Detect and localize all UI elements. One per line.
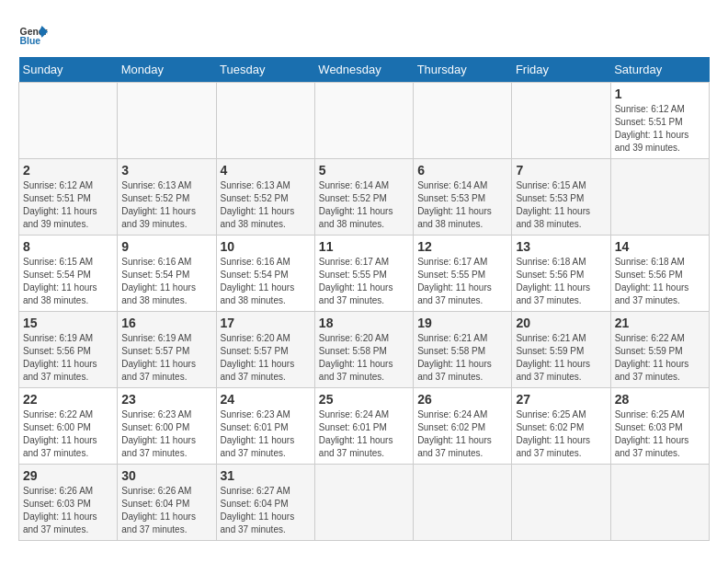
calendar-table: SundayMondayTuesdayWednesdayThursdayFrid… bbox=[18, 57, 710, 541]
day-info: Sunrise: 6:27 AMSunset: 6:04 PMDaylight:… bbox=[221, 486, 295, 534]
day-info: Sunrise: 6:16 AMSunset: 5:54 PMDaylight:… bbox=[121, 257, 196, 305]
day-info: Sunrise: 6:25 AMSunset: 6:03 PMDaylight:… bbox=[615, 409, 689, 458]
day-number: 5 bbox=[319, 163, 409, 178]
day-number: 10 bbox=[221, 239, 311, 254]
day-info: Sunrise: 6:23 AMSunset: 6:00 PMDaylight:… bbox=[121, 409, 196, 458]
day-number: 30 bbox=[121, 468, 211, 483]
day-info: Sunrise: 6:19 AMSunset: 5:57 PMDaylight:… bbox=[121, 333, 196, 382]
calendar-day-cell: 19 Sunrise: 6:21 AMSunset: 5:58 PMDaylig… bbox=[414, 312, 512, 388]
day-number: 17 bbox=[221, 316, 311, 330]
day-info: Sunrise: 6:21 AMSunset: 5:59 PMDaylight:… bbox=[516, 333, 590, 382]
day-info: Sunrise: 6:14 AMSunset: 5:52 PMDaylight:… bbox=[319, 180, 393, 229]
calendar-day-header: Friday bbox=[512, 57, 610, 83]
day-info: Sunrise: 6:12 AMSunset: 5:51 PMDaylight:… bbox=[23, 180, 97, 229]
calendar-header-row: SundayMondayTuesdayWednesdayThursdayFrid… bbox=[19, 57, 710, 83]
calendar-day-cell: 24 Sunrise: 6:23 AMSunset: 6:01 PMDaylig… bbox=[216, 388, 314, 465]
calendar-week-row: 22 Sunrise: 6:22 AMSunset: 6:00 PMDaylig… bbox=[19, 388, 710, 465]
calendar-day-cell bbox=[216, 83, 314, 159]
calendar-body: 1 Sunrise: 6:12 AMSunset: 5:51 PMDayligh… bbox=[19, 83, 710, 541]
calendar-day-cell: 20 Sunrise: 6:21 AMSunset: 5:59 PMDaylig… bbox=[512, 312, 610, 388]
calendar-day-cell: 25 Sunrise: 6:24 AMSunset: 6:01 PMDaylig… bbox=[314, 388, 413, 465]
calendar-day-cell: 13 Sunrise: 6:18 AMSunset: 5:56 PMDaylig… bbox=[512, 236, 610, 312]
day-number: 20 bbox=[516, 316, 606, 330]
day-info: Sunrise: 6:22 AMSunset: 5:59 PMDaylight:… bbox=[615, 333, 689, 382]
logo: General Blue bbox=[18, 18, 51, 48]
day-info: Sunrise: 6:22 AMSunset: 6:00 PMDaylight:… bbox=[23, 409, 97, 458]
calendar-day-cell bbox=[610, 465, 709, 541]
day-info: Sunrise: 6:15 AMSunset: 5:53 PMDaylight:… bbox=[516, 180, 590, 229]
logo-icon: General Blue bbox=[18, 18, 48, 48]
day-info: Sunrise: 6:19 AMSunset: 5:56 PMDaylight:… bbox=[23, 333, 97, 382]
day-number: 23 bbox=[121, 392, 211, 407]
day-number: 22 bbox=[23, 392, 113, 407]
day-number: 6 bbox=[417, 163, 507, 178]
day-number: 28 bbox=[615, 392, 705, 407]
day-info: Sunrise: 6:26 AMSunset: 6:04 PMDaylight:… bbox=[121, 486, 196, 534]
day-number: 15 bbox=[23, 316, 113, 330]
day-number: 13 bbox=[516, 239, 606, 254]
day-info: Sunrise: 6:14 AMSunset: 5:53 PMDaylight:… bbox=[417, 180, 492, 229]
day-info: Sunrise: 6:18 AMSunset: 5:56 PMDaylight:… bbox=[615, 257, 689, 305]
day-info: Sunrise: 6:20 AMSunset: 5:57 PMDaylight:… bbox=[221, 333, 295, 382]
day-number: 24 bbox=[221, 392, 311, 407]
calendar-day-cell: 14 Sunrise: 6:18 AMSunset: 5:56 PMDaylig… bbox=[610, 236, 709, 312]
calendar-day-cell: 9 Sunrise: 6:16 AMSunset: 5:54 PMDayligh… bbox=[118, 236, 216, 312]
calendar-day-header: Saturday bbox=[610, 57, 709, 83]
calendar-day-cell: 27 Sunrise: 6:25 AMSunset: 6:02 PMDaylig… bbox=[512, 388, 610, 465]
calendar-day-cell: 23 Sunrise: 6:23 AMSunset: 6:00 PMDaylig… bbox=[118, 388, 216, 465]
calendar-day-cell: 18 Sunrise: 6:20 AMSunset: 5:58 PMDaylig… bbox=[314, 312, 413, 388]
calendar-week-row: 8 Sunrise: 6:15 AMSunset: 5:54 PMDayligh… bbox=[19, 236, 710, 312]
calendar-day-cell: 5 Sunrise: 6:14 AMSunset: 5:52 PMDayligh… bbox=[314, 159, 413, 236]
calendar-week-row: 2 Sunrise: 6:12 AMSunset: 5:51 PMDayligh… bbox=[19, 159, 710, 236]
day-number: 25 bbox=[319, 392, 409, 407]
day-info: Sunrise: 6:13 AMSunset: 5:52 PMDaylight:… bbox=[221, 180, 295, 229]
calendar-day-cell: 2 Sunrise: 6:12 AMSunset: 5:51 PMDayligh… bbox=[19, 159, 118, 236]
calendar-day-cell: 11 Sunrise: 6:17 AMSunset: 5:55 PMDaylig… bbox=[314, 236, 413, 312]
day-number: 31 bbox=[221, 468, 311, 483]
day-number: 3 bbox=[121, 163, 211, 178]
calendar-day-cell: 3 Sunrise: 6:13 AMSunset: 5:52 PMDayligh… bbox=[118, 159, 216, 236]
day-info: Sunrise: 6:25 AMSunset: 6:02 PMDaylight:… bbox=[516, 409, 590, 458]
calendar-day-cell: 16 Sunrise: 6:19 AMSunset: 5:57 PMDaylig… bbox=[118, 312, 216, 388]
svg-text:Blue: Blue bbox=[20, 36, 41, 46]
calendar-day-cell bbox=[512, 83, 610, 159]
day-number: 18 bbox=[319, 316, 409, 330]
calendar-day-cell bbox=[512, 465, 610, 541]
calendar-day-cell: 28 Sunrise: 6:25 AMSunset: 6:03 PMDaylig… bbox=[610, 388, 709, 465]
calendar-week-row: 29 Sunrise: 6:26 AMSunset: 6:03 PMDaylig… bbox=[19, 465, 710, 541]
calendar-day-cell bbox=[610, 159, 709, 236]
calendar-day-header: Wednesday bbox=[314, 57, 413, 83]
day-info: Sunrise: 6:20 AMSunset: 5:58 PMDaylight:… bbox=[319, 333, 393, 382]
day-info: Sunrise: 6:24 AMSunset: 6:01 PMDaylight:… bbox=[319, 409, 393, 458]
day-number: 9 bbox=[121, 239, 211, 254]
day-number: 12 bbox=[417, 239, 507, 254]
calendar-day-cell: 29 Sunrise: 6:26 AMSunset: 6:03 PMDaylig… bbox=[19, 465, 118, 541]
calendar-day-cell: 17 Sunrise: 6:20 AMSunset: 5:57 PMDaylig… bbox=[216, 312, 314, 388]
calendar-day-cell: 15 Sunrise: 6:19 AMSunset: 5:56 PMDaylig… bbox=[19, 312, 118, 388]
day-number: 27 bbox=[516, 392, 606, 407]
calendar-day-cell: 22 Sunrise: 6:22 AMSunset: 6:00 PMDaylig… bbox=[19, 388, 118, 465]
calendar-day-cell bbox=[314, 465, 413, 541]
day-number: 7 bbox=[516, 163, 606, 178]
day-info: Sunrise: 6:26 AMSunset: 6:03 PMDaylight:… bbox=[23, 486, 97, 534]
calendar-day-cell: 21 Sunrise: 6:22 AMSunset: 5:59 PMDaylig… bbox=[610, 312, 709, 388]
calendar-day-header: Tuesday bbox=[216, 57, 314, 83]
day-number: 29 bbox=[23, 468, 113, 483]
day-number: 14 bbox=[615, 239, 705, 254]
day-info: Sunrise: 6:23 AMSunset: 6:01 PMDaylight:… bbox=[221, 409, 295, 458]
day-number: 11 bbox=[319, 239, 409, 254]
calendar-day-cell: 12 Sunrise: 6:17 AMSunset: 5:55 PMDaylig… bbox=[414, 236, 512, 312]
calendar-day-cell bbox=[118, 83, 216, 159]
day-number: 26 bbox=[417, 392, 507, 407]
day-info: Sunrise: 6:15 AMSunset: 5:54 PMDaylight:… bbox=[23, 257, 97, 305]
calendar-day-header: Monday bbox=[118, 57, 216, 83]
day-number: 21 bbox=[615, 316, 705, 330]
day-number: 8 bbox=[23, 239, 113, 254]
day-info: Sunrise: 6:21 AMSunset: 5:58 PMDaylight:… bbox=[417, 333, 492, 382]
calendar-day-cell: 4 Sunrise: 6:13 AMSunset: 5:52 PMDayligh… bbox=[216, 159, 314, 236]
day-number: 19 bbox=[417, 316, 507, 330]
calendar-day-cell: 1 Sunrise: 6:12 AMSunset: 5:51 PMDayligh… bbox=[610, 83, 709, 159]
day-info: Sunrise: 6:18 AMSunset: 5:56 PMDaylight:… bbox=[516, 257, 590, 305]
calendar-day-cell: 30 Sunrise: 6:26 AMSunset: 6:04 PMDaylig… bbox=[118, 465, 216, 541]
calendar-week-row: 1 Sunrise: 6:12 AMSunset: 5:51 PMDayligh… bbox=[19, 83, 710, 159]
